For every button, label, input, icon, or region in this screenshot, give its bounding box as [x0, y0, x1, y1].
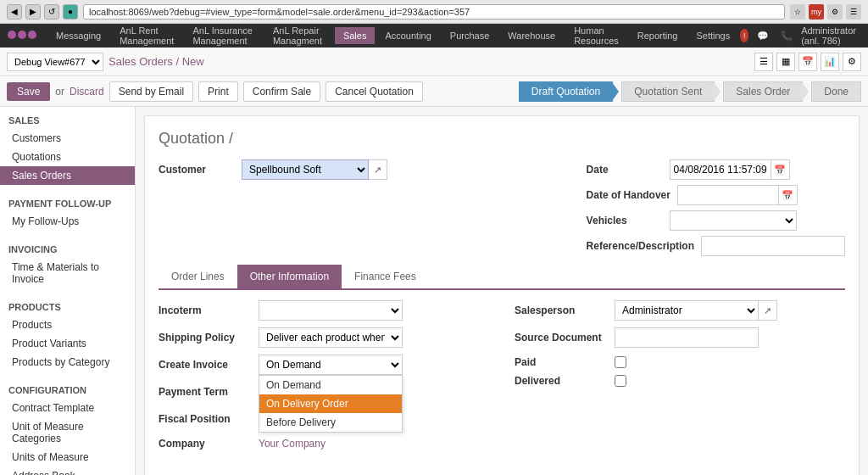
- customer-external-link[interactable]: ↗: [369, 159, 387, 180]
- graph-icon[interactable]: 📊: [821, 53, 839, 71]
- salesperson-label: Salesperson: [515, 305, 608, 316]
- sidebar-item-uom[interactable]: Units of Measure: [0, 448, 135, 467]
- sidebar-payment-section: Payment Follow-up My Follow-Ups: [0, 190, 135, 236]
- customer-group: Customer Spellbound Soft ↗: [159, 159, 570, 180]
- tab-order-lines[interactable]: Order Lines: [159, 265, 237, 288]
- sidebar-item-customers[interactable]: Customers: [0, 129, 135, 148]
- shipping-select[interactable]: Deliver each product when available: [259, 327, 403, 348]
- reload-button[interactable]: ↺: [44, 4, 59, 20]
- menu-icon[interactable]: ☰: [846, 4, 861, 20]
- url-bar[interactable]: localhost:8069/web?debug=#view_type=form…: [83, 4, 785, 20]
- sidebar-sales-title: Sales: [0, 112, 135, 129]
- main-layout: Sales Customers Quotations Sales Orders …: [0, 107, 868, 475]
- salesperson-external-link[interactable]: ↗: [759, 300, 777, 321]
- company-value: Your Company: [259, 436, 326, 451]
- sidebar-item-accounting[interactable]: Accounting: [376, 27, 439, 44]
- date-input[interactable]: [670, 159, 771, 180]
- sidebar-item-time-materials[interactable]: Time & Materials to Invoice: [0, 258, 135, 288]
- form-right: Date 📅 Date of Handover 📅: [587, 159, 845, 256]
- discard-button[interactable]: Discard: [70, 86, 104, 98]
- handover-group: Date of Handover 📅: [587, 185, 845, 205]
- customer-select-group: Spellbound Soft ↗: [242, 159, 387, 180]
- status-sent[interactable]: Quotation Sent: [621, 81, 715, 102]
- dropdown-on-delivery[interactable]: On Delivery Order: [259, 394, 402, 413]
- dropdown-before-delivery[interactable]: Before Delivery: [259, 413, 402, 432]
- shipping-label: Shipping Policy: [159, 332, 252, 344]
- date-picker-button[interactable]: 📅: [771, 159, 790, 180]
- handover-input-group: 📅: [677, 185, 798, 205]
- customer-select[interactable]: Spellbound Soft: [242, 159, 369, 180]
- other-info-tab-content: Incoterm Shipping Policy Deliver each pr…: [159, 290, 845, 468]
- svg-point-0: [8, 31, 16, 39]
- sidebar-item-messaging[interactable]: Messaging: [47, 27, 109, 44]
- confirm-sale-button[interactable]: Confirm Sale: [243, 81, 320, 102]
- paid-checkbox[interactable]: [615, 356, 626, 368]
- sidebar-item-settings[interactable]: Settings: [687, 27, 738, 44]
- vehicles-label: Vehicles: [587, 215, 663, 226]
- company-row: Company Your Company: [159, 436, 489, 451]
- invoice-select[interactable]: On Demand: [259, 355, 403, 375]
- sidebar-item-uom-cats[interactable]: Unit of Measure Categories: [0, 417, 135, 448]
- date-input-group: 📅: [670, 159, 790, 180]
- sidebar-item-purchase[interactable]: Purchase: [442, 27, 498, 44]
- sidebar-item-variants[interactable]: Product Variants: [0, 334, 135, 353]
- extensions-icon[interactable]: ⚙: [827, 4, 843, 20]
- status-sales-order[interactable]: Sales Order: [723, 81, 803, 102]
- tab-other-info[interactable]: Other Information: [237, 265, 342, 288]
- save-button[interactable]: Save: [7, 82, 50, 101]
- handover-input[interactable]: [677, 185, 779, 205]
- handover-picker-button[interactable]: 📅: [779, 185, 798, 205]
- sidebar-item-rent[interactable]: AnL Rent Management: [111, 22, 182, 49]
- salesperson-select[interactable]: Administrator: [615, 300, 759, 321]
- dropdown-on-demand[interactable]: On Demand: [259, 376, 402, 394]
- status-done[interactable]: Done: [811, 81, 861, 102]
- forward-button[interactable]: ▶: [25, 4, 41, 20]
- alert-icon[interactable]: !: [740, 29, 748, 42]
- source-input[interactable]: [615, 327, 759, 348]
- form-view-icon[interactable]: ▦: [776, 53, 795, 71]
- back-button[interactable]: ◀: [7, 4, 22, 20]
- breadcrumb-separator: /: [176, 55, 182, 68]
- delivered-checkbox[interactable]: [615, 375, 626, 387]
- status-draft[interactable]: Draft Quotation: [519, 81, 613, 102]
- sidebar-item-sales[interactable]: Sales: [335, 27, 376, 44]
- sidebar-item-by-category[interactable]: Products by Category: [0, 353, 135, 372]
- svg-point-2: [28, 31, 36, 39]
- bookmark-icon[interactable]: my: [809, 4, 824, 20]
- sidebar-item-followups[interactable]: My Follow-Ups: [0, 212, 135, 231]
- calendar-icon[interactable]: 📅: [798, 53, 817, 71]
- vehicles-select[interactable]: [670, 210, 797, 231]
- debug-select[interactable]: Debug View#677: [7, 53, 103, 71]
- date-group: Date 📅: [587, 159, 845, 180]
- sidebar-invoicing-section: Invoicing Time & Materials to Invoice: [0, 236, 135, 293]
- sidebar-item-reporting[interactable]: Reporting: [629, 27, 687, 44]
- list-view-icon[interactable]: ☰: [754, 53, 773, 71]
- browser-controls[interactable]: ◀ ▶ ↺ ●: [7, 4, 78, 20]
- sidebar-item-repair[interactable]: AnL Repair Managment: [264, 22, 333, 49]
- tab-finance-fees[interactable]: Finance Fees: [342, 265, 429, 288]
- incoterm-select[interactable]: [259, 300, 403, 321]
- breadcrumb-prefix[interactable]: Sales Orders: [108, 55, 173, 68]
- send-email-button[interactable]: Send by Email: [109, 81, 193, 102]
- sidebar-item-hr[interactable]: Human Resources: [565, 22, 627, 49]
- sidebar-sales-section: Sales Customers Quotations Sales Orders: [0, 107, 135, 190]
- sidebar-item-contract[interactable]: Contract Template: [0, 399, 135, 417]
- cancel-quotation-button[interactable]: Cancel Quotation: [326, 81, 423, 102]
- sidebar-item-quotations[interactable]: Quotations: [0, 148, 135, 166]
- star-icon[interactable]: ☆: [790, 4, 805, 20]
- breadcrumb-current: New: [182, 55, 204, 68]
- settings-icon[interactable]: ⚙: [843, 53, 861, 71]
- sidebar-item-warehouse[interactable]: Warehouse: [499, 27, 564, 44]
- sidebar-item-products[interactable]: Products: [0, 316, 135, 334]
- sidebar-item-sales-orders[interactable]: Sales Orders: [0, 166, 135, 185]
- company-label: Company: [159, 438, 252, 450]
- reference-input[interactable]: [701, 236, 845, 256]
- phone-icon[interactable]: 📞: [777, 31, 796, 42]
- sidebar-item-insurance[interactable]: AnL Insurance Management: [184, 22, 263, 49]
- chat-icon[interactable]: 💬: [754, 31, 772, 42]
- home-button[interactable]: ●: [63, 4, 78, 20]
- print-button[interactable]: Print: [198, 81, 238, 102]
- sidebar-item-address-book[interactable]: Address Book: [0, 467, 135, 475]
- vehicles-group: Vehicles: [587, 210, 845, 231]
- admin-label[interactable]: Administrator (anl. 786): [801, 25, 861, 46]
